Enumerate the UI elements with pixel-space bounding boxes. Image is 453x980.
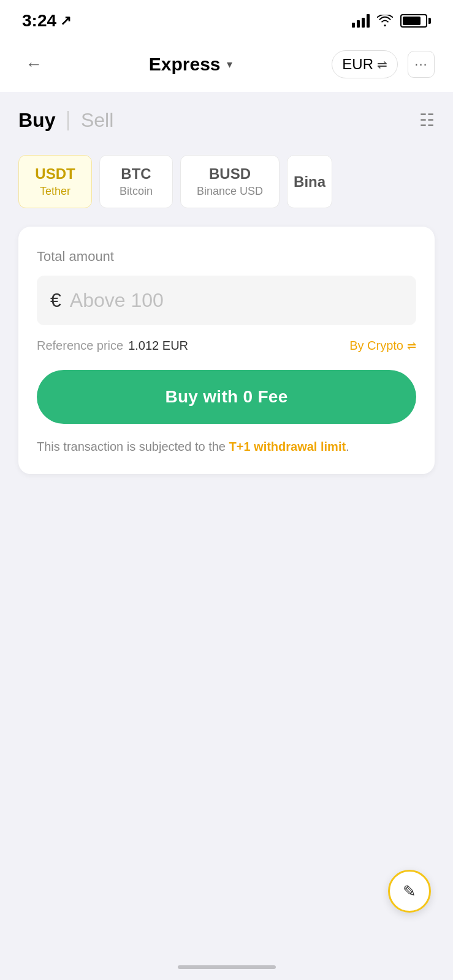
currency-label: EUR	[342, 56, 373, 73]
purchase-card: Total amount € Above 100 Reference price…	[18, 227, 435, 474]
battery-icon	[400, 14, 431, 28]
time-text: 3:24	[22, 11, 56, 31]
crypto-name-usdt: Tether	[40, 185, 70, 198]
nav-right-area: EUR ⇌ ···	[332, 50, 435, 78]
tab-divider	[67, 111, 69, 130]
back-arrow-icon: ←	[25, 55, 42, 74]
euro-symbol: €	[50, 289, 61, 312]
by-crypto-label: By Crypto	[349, 339, 403, 353]
ref-price-value: 1.012 EUR	[128, 339, 188, 353]
edit-icon: ✎	[403, 882, 416, 901]
page-title: Express	[149, 54, 221, 75]
by-crypto-swap-icon: ⇌	[407, 339, 416, 353]
more-dots-icon: ···	[414, 56, 427, 72]
crypto-name-busd: Binance USD	[197, 185, 263, 198]
ref-price-label: Reference price	[37, 339, 123, 353]
status-bar: 3:24 ↗	[0, 0, 453, 37]
disclaimer-text: This transaction is subjected to the T+1…	[37, 437, 416, 456]
main-content: Buy Sell ☷ USDT Tether BTC Bitcoin BUSD …	[0, 92, 453, 888]
wifi-icon	[377, 15, 393, 27]
total-amount-label: Total amount	[37, 249, 416, 265]
buy-sell-tabs: Buy Sell ☷	[18, 104, 435, 137]
crypto-symbol-btc: BTC	[121, 165, 151, 183]
status-icons	[352, 14, 431, 28]
crypto-tab-busd[interactable]: BUSD Binance USD	[180, 155, 280, 208]
currency-selector[interactable]: EUR ⇌	[332, 50, 398, 78]
buy-with-zero-fee-button[interactable]: Buy with 0 Fee	[37, 370, 416, 424]
signal-bars-icon	[352, 14, 370, 28]
dropdown-icon[interactable]: ▾	[227, 58, 232, 71]
more-options-button[interactable]: ···	[408, 51, 435, 78]
tab-buy[interactable]: Buy	[18, 104, 55, 137]
nav-header: ← Express ▾ EUR ⇌ ···	[0, 37, 453, 92]
ref-price-left: Reference price 1.012 EUR	[37, 339, 188, 353]
floating-action-button[interactable]: ✎	[388, 870, 431, 913]
order-history-icon[interactable]: ☷	[419, 110, 435, 130]
nav-title-area: Express ▾	[149, 54, 232, 75]
location-arrow-icon: ↗	[60, 13, 71, 29]
crypto-symbol-usdt: USDT	[35, 165, 75, 183]
crypto-name-btc: Bitcoin	[120, 185, 153, 198]
crypto-symbol-busd: BUSD	[209, 165, 251, 183]
back-button[interactable]: ←	[18, 49, 49, 80]
amount-placeholder-text: Above 100	[70, 289, 164, 312]
crypto-tab-btc[interactable]: BTC Bitcoin	[99, 155, 173, 208]
crypto-tab-more[interactable]: Bina	[287, 155, 332, 208]
amount-input-box[interactable]: € Above 100	[37, 276, 416, 325]
status-time: 3:24 ↗	[22, 11, 71, 31]
crypto-tab-partial-text: Bina	[294, 173, 325, 190]
withdrawal-limit-link[interactable]: T+1 withdrawal limit	[229, 440, 346, 453]
tab-sell[interactable]: Sell	[81, 104, 113, 137]
by-crypto-button[interactable]: By Crypto ⇌	[349, 339, 416, 353]
disclaimer-static-text: This transaction is subjected to the	[37, 440, 229, 453]
currency-swap-icon: ⇌	[377, 57, 387, 72]
crypto-tabs: USDT Tether BTC Bitcoin BUSD Binance USD…	[18, 155, 435, 208]
home-indicator	[178, 965, 276, 969]
reference-price-row: Reference price 1.012 EUR By Crypto ⇌	[37, 339, 416, 353]
disclaimer-period: .	[346, 440, 349, 453]
crypto-tab-usdt[interactable]: USDT Tether	[18, 155, 92, 208]
